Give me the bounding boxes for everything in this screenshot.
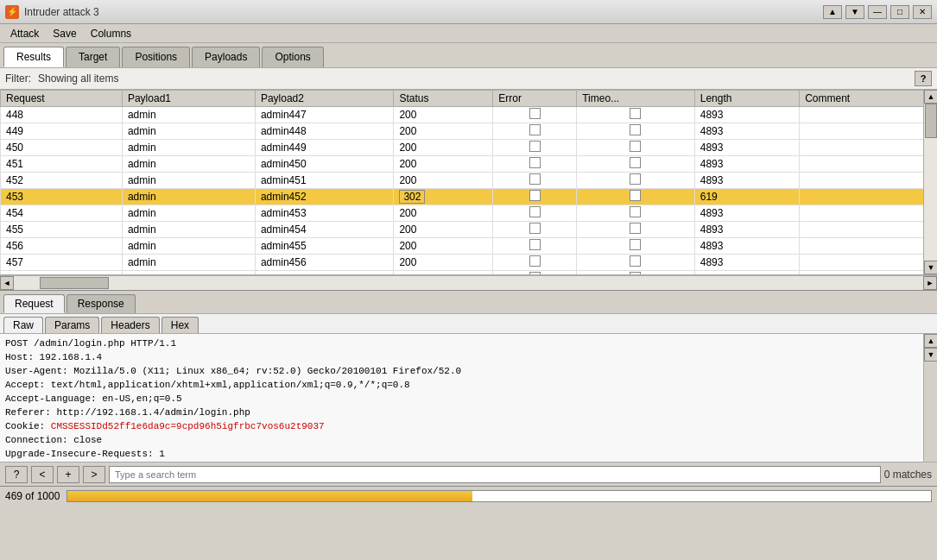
- col-header-payload1[interactable]: Payload1: [122, 91, 255, 107]
- error-checkbox[interactable]: [529, 157, 541, 168]
- timeout-checkbox[interactable]: [630, 157, 641, 168]
- sub-tab-response[interactable]: Response: [66, 294, 136, 313]
- timeout-checkbox[interactable]: [630, 141, 641, 152]
- table-scroll-area[interactable]: Request Payload1 Payload2 Status Error T…: [0, 90, 937, 274]
- table-row[interactable]: 451 admin admin450 200 4893: [1, 156, 937, 173]
- timeout-checkbox[interactable]: [630, 108, 641, 119]
- col-header-status[interactable]: Status: [394, 91, 493, 107]
- table-row[interactable]: 453 admin admin452 302 619: [1, 189, 937, 205]
- tab-target[interactable]: Target: [66, 47, 120, 67]
- timeout-checkbox[interactable]: [630, 190, 641, 201]
- col-header-payload2[interactable]: Payload2: [255, 91, 394, 107]
- col-header-comment[interactable]: Comment: [800, 91, 937, 107]
- sub-tab-request[interactable]: Request: [3, 294, 65, 313]
- vertical-scrollbar[interactable]: ▲ ▼: [923, 90, 937, 274]
- table-row[interactable]: 449 admin admin448 200 4893: [1, 123, 937, 140]
- inner-tab-params[interactable]: Params: [45, 317, 99, 333]
- tab-options[interactable]: Options: [262, 47, 323, 67]
- error-checkbox[interactable]: [529, 223, 541, 234]
- title-bar-left: ⚡ Intruder attack 3: [5, 5, 99, 19]
- error-checkbox[interactable]: [529, 190, 541, 201]
- cell-payload2: admin454: [255, 222, 394, 238]
- cell-payload1: admin: [122, 271, 255, 275]
- inner-tab-hex[interactable]: Hex: [161, 317, 199, 333]
- timeout-checkbox[interactable]: [630, 239, 641, 250]
- request-line: Accept-Language: en-US,en;q=0.5: [5, 393, 932, 406]
- menu-columns[interactable]: Columns: [84, 26, 138, 41]
- col-header-timeout[interactable]: Timeo...: [577, 91, 695, 107]
- error-checkbox[interactable]: [529, 173, 541, 185]
- table-row[interactable]: 450 admin admin449 200 4893: [1, 140, 937, 156]
- timeout-checkbox[interactable]: [630, 206, 641, 217]
- window-btn-close[interactable]: ✕: [913, 5, 932, 19]
- error-checkbox[interactable]: [529, 255, 541, 267]
- window-controls[interactable]: ▲ ▼ — □ ✕: [823, 5, 932, 19]
- tab-positions[interactable]: Positions: [122, 47, 190, 67]
- table-row[interactable]: 454 admin admin453 200 4893: [1, 205, 937, 222]
- error-checkbox[interactable]: [529, 239, 541, 250]
- scroll-up-btn[interactable]: ▲: [924, 90, 937, 104]
- timeout-checkbox[interactable]: [630, 173, 641, 185]
- col-header-request[interactable]: Request: [1, 91, 123, 107]
- timeout-checkbox[interactable]: [630, 272, 641, 274]
- window-btn-minimize[interactable]: —: [868, 5, 887, 19]
- table-row[interactable]: 458 admin admin457 200 4893: [1, 271, 937, 275]
- error-checkbox[interactable]: [529, 272, 541, 274]
- table-row[interactable]: 456 admin admin455 200 4893: [1, 238, 937, 255]
- window-btn-maximize[interactable]: □: [890, 5, 909, 19]
- cell-payload1: admin: [122, 255, 255, 271]
- toolbar-help-btn[interactable]: ?: [5, 466, 28, 483]
- scroll-down-btn[interactable]: ▼: [924, 261, 937, 274]
- cell-payload1: admin: [122, 140, 255, 156]
- toolbar-add-btn[interactable]: +: [57, 466, 79, 483]
- error-checkbox[interactable]: [529, 206, 541, 217]
- error-checkbox[interactable]: [529, 141, 541, 152]
- cell-comment: [800, 238, 937, 255]
- window-btn-down[interactable]: ▼: [845, 5, 864, 19]
- search-input[interactable]: [109, 466, 881, 483]
- table-row[interactable]: 455 admin admin454 200 4893: [1, 222, 937, 238]
- timeout-checkbox[interactable]: [630, 255, 641, 267]
- window-btn-up[interactable]: ▲: [823, 5, 842, 19]
- cell-payload2: admin448: [255, 123, 394, 140]
- h-scroll-thumb[interactable]: [40, 277, 109, 289]
- timeout-checkbox[interactable]: [630, 223, 641, 234]
- h-scroll-right-btn[interactable]: ►: [923, 276, 937, 290]
- table-row[interactable]: 457 admin admin456 200 4893: [1, 255, 937, 271]
- scroll-thumb[interactable]: [925, 104, 937, 138]
- cell-length: 4893: [694, 173, 799, 189]
- toolbar-forward-btn[interactable]: >: [83, 466, 105, 483]
- cell-error: [493, 123, 577, 140]
- horizontal-scrollbar[interactable]: ◄ ►: [0, 275, 937, 289]
- request-scrollbar[interactable]: ▲ ▼: [923, 334, 937, 462]
- inner-tab-raw[interactable]: Raw: [3, 317, 43, 333]
- cell-length: 4893: [694, 271, 799, 275]
- h-scroll-left-btn[interactable]: ◄: [0, 276, 14, 290]
- menu-save[interactable]: Save: [46, 26, 83, 41]
- toolbar-back-btn[interactable]: <: [31, 466, 54, 483]
- req-scroll-up[interactable]: ▲: [924, 334, 937, 348]
- table-row[interactable]: 452 admin admin451 200 4893: [1, 173, 937, 189]
- table-row[interactable]: 448 admin admin447 200 4893: [1, 107, 937, 123]
- app-icon: ⚡: [5, 5, 19, 19]
- cell-status: 200: [394, 173, 493, 189]
- cell-length: 4893: [694, 238, 799, 255]
- cell-length: 4893: [694, 156, 799, 173]
- menu-attack[interactable]: Attack: [3, 26, 46, 41]
- scroll-track[interactable]: [924, 104, 937, 261]
- inner-tab-headers[interactable]: Headers: [101, 317, 159, 333]
- cell-comment: [800, 222, 937, 238]
- cell-error: [493, 140, 577, 156]
- request-line: POST /admin/login.php HTTP/1.1: [5, 337, 932, 351]
- error-checkbox[interactable]: [529, 124, 541, 135]
- req-scroll-down[interactable]: ▼: [924, 348, 937, 362]
- h-scroll-track[interactable]: [14, 276, 923, 290]
- col-header-length[interactable]: Length: [694, 91, 799, 107]
- help-button[interactable]: ?: [915, 71, 932, 86]
- tab-payloads[interactable]: Payloads: [192, 47, 260, 67]
- error-checkbox[interactable]: [529, 108, 541, 119]
- col-header-error[interactable]: Error: [493, 91, 577, 107]
- request-line: Cookie: CMSSESSIDd52ff1e6da9c=9cpd96h5ig…: [5, 420, 932, 434]
- tab-results[interactable]: Results: [3, 47, 64, 67]
- timeout-checkbox[interactable]: [630, 124, 641, 135]
